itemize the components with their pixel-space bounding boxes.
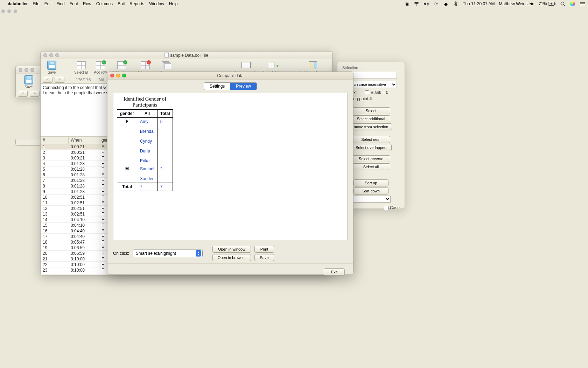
- name-link[interactable]: Cyndy: [140, 139, 154, 144]
- btn-sort-down[interactable]: Sort down: [354, 188, 388, 195]
- onclick-label: On click:: [113, 251, 129, 256]
- toolbar-add-row[interactable]: +Add row: [91, 61, 110, 74]
- btn-select-near[interactable]: Select near: [352, 136, 390, 143]
- bluetooth-icon[interactable]: [453, 1, 458, 7]
- row-f-count[interactable]: 5: [157, 118, 173, 165]
- app-name-menu[interactable]: databoiler: [8, 1, 28, 6]
- col-num-header[interactable]: #: [41, 137, 69, 144]
- btn-select[interactable]: Select: [352, 107, 390, 114]
- btn-select-all[interactable]: Select all: [352, 163, 390, 170]
- case-checkbox[interactable]: [384, 206, 388, 210]
- name-link[interactable]: Samuel: [140, 166, 154, 171]
- camera-icon[interactable]: ▣: [404, 1, 410, 7]
- siri-icon[interactable]: [570, 1, 575, 7]
- mini-traffic-zoom[interactable]: [30, 68, 34, 72]
- menu-row[interactable]: Row: [83, 1, 91, 6]
- menubar-battery[interactable]: 71%: [539, 1, 556, 6]
- name-link[interactable]: Erika: [140, 158, 154, 163]
- row-m-count[interactable]: 2: [157, 165, 173, 183]
- svg-rect-1: [555, 3, 555, 5]
- col-when-header[interactable]: When: [69, 137, 99, 144]
- dropbox-icon[interactable]: ◆: [443, 1, 449, 7]
- btn-print[interactable]: Print: [254, 246, 274, 253]
- row-m-names: Samuel Xander: [137, 165, 158, 183]
- floppy-icon: [47, 61, 56, 70]
- mini-save-button[interactable]: Save: [21, 75, 36, 89]
- nav-back-button[interactable]: <: [43, 77, 52, 83]
- row-total-label: Total: [117, 183, 137, 191]
- menu-help[interactable]: Help: [169, 1, 178, 6]
- btn-open-in-window[interactable]: Open in window: [212, 246, 251, 253]
- sheet-traffic-zoom[interactable]: [122, 74, 126, 77]
- mini-window-list-header: [15, 139, 42, 146]
- menu-font[interactable]: Font: [70, 1, 78, 6]
- compare-data-sheet: Compare data Settings Preview Identified…: [107, 71, 354, 275]
- btn-select-reverse[interactable]: Select reverse: [352, 155, 390, 162]
- menubar-clock[interactable]: Thu 11:20:07 AM: [463, 1, 495, 6]
- toolbar-save[interactable]: Save: [44, 61, 59, 74]
- btn-remove-from-selection[interactable]: move from selection: [350, 123, 392, 130]
- search-mode-select[interactable]: rch case insensitive: [351, 81, 397, 88]
- export-icon: [269, 61, 278, 69]
- menu-reports[interactable]: Reports: [130, 1, 144, 6]
- svg-line-3: [564, 5, 565, 6]
- preview-pane[interactable]: Identified Gender of Participants gender…: [113, 93, 348, 240]
- svg-point-2: [561, 2, 564, 5]
- sync-icon[interactable]: ⟳: [433, 1, 439, 7]
- btn-save[interactable]: Save: [254, 254, 274, 261]
- btn-sort-up[interactable]: Sort up: [354, 179, 388, 186]
- nav-fwd-button[interactable]: >: [55, 77, 64, 83]
- row-f-label: F: [117, 118, 137, 165]
- menu-columns[interactable]: Columns: [96, 1, 113, 6]
- name-link[interactable]: Xander: [140, 176, 154, 181]
- sort-field-select[interactable]: t: [349, 196, 391, 203]
- mini-traffic-min[interactable]: [24, 68, 28, 72]
- btn-select-additional[interactable]: Select additional: [352, 115, 390, 122]
- spotlight-icon[interactable]: [560, 1, 566, 7]
- menu-find[interactable]: Find: [56, 1, 64, 6]
- row-total-all[interactable]: 7: [137, 183, 158, 191]
- menu-boil[interactable]: Boil: [118, 1, 125, 6]
- name-link[interactable]: Darla: [140, 149, 154, 154]
- nav-field-label: Wh: [99, 77, 105, 82]
- th-total: Total: [157, 110, 173, 118]
- sheet-traffic-min[interactable]: [116, 74, 120, 77]
- toolbar-select-all[interactable]: Select all: [71, 61, 91, 74]
- name-link[interactable]: Amy: [140, 119, 154, 124]
- blank-zero-label: Blank = 0: [371, 90, 388, 95]
- mini-back-button[interactable]: <: [18, 91, 28, 97]
- main-traffic-close[interactable]: [43, 53, 47, 57]
- compare-icon: [241, 61, 251, 69]
- document-icon: [164, 53, 169, 57]
- tab-settings[interactable]: Settings: [204, 83, 230, 90]
- menu-file[interactable]: File: [33, 1, 39, 6]
- blank-zero-checkbox[interactable]: [365, 90, 369, 95]
- menubar-user[interactable]: Matthew Weinstein: [499, 1, 534, 6]
- row-total-total[interactable]: 7: [157, 183, 173, 191]
- sheet-title: Compare data: [107, 73, 353, 78]
- wifi-icon[interactable]: [414, 1, 419, 7]
- drawer-icon: [309, 61, 317, 69]
- btn-select-overlapped[interactable]: Select overlapped: [350, 144, 392, 151]
- main-traffic-min[interactable]: [49, 53, 53, 57]
- btn-open-in-browser[interactable]: Open in browser: [212, 254, 251, 261]
- main-window-title: sample Data.boilFile: [41, 53, 332, 58]
- preview-heading: Identified Gender of Participants: [117, 96, 173, 108]
- onclick-popup[interactable]: Smart select/highlight ▴▾: [133, 250, 203, 257]
- selection-search-input[interactable]: [351, 72, 397, 79]
- chevron-up-down-icon: ▴▾: [196, 250, 201, 257]
- btn-exit[interactable]: Exit: [324, 268, 345, 275]
- control-center-icon[interactable]: [580, 1, 585, 7]
- mini-fwd-button[interactable]: >: [30, 91, 40, 97]
- grid-icon: [77, 61, 86, 69]
- nav-counter: 176/176: [76, 77, 91, 82]
- sheet-traffic-close[interactable]: [110, 74, 114, 77]
- tab-preview[interactable]: Preview: [230, 83, 257, 90]
- name-link[interactable]: Brenda: [140, 129, 154, 134]
- main-traffic-zoom[interactable]: [55, 53, 59, 57]
- menu-window[interactable]: Window: [149, 1, 164, 6]
- volume-icon[interactable]: [424, 1, 429, 7]
- menu-edit[interactable]: Edit: [44, 1, 52, 6]
- mini-traffic-close[interactable]: [19, 68, 22, 72]
- tab-segmented-control: Settings Preview: [204, 82, 257, 90]
